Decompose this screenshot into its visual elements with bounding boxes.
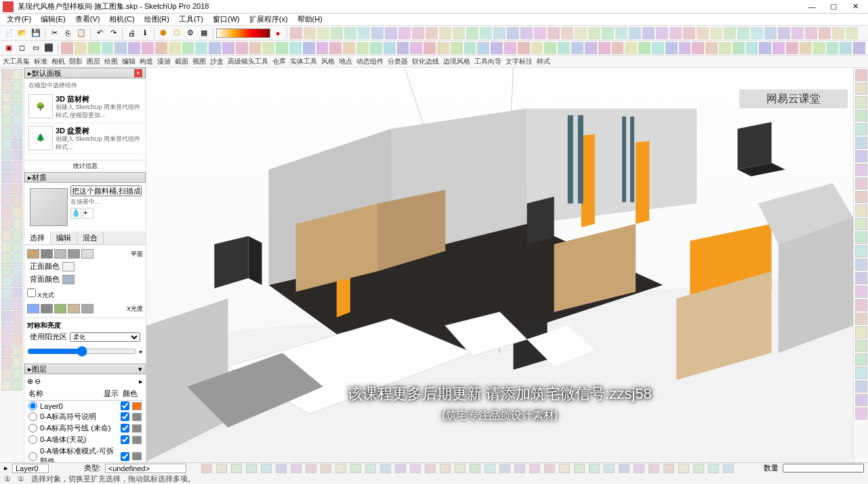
- right-tool-21-icon[interactable]: [855, 353, 867, 366]
- status-tool-34-icon[interactable]: [708, 464, 719, 473]
- right-tool-8-icon[interactable]: [855, 177, 867, 190]
- tool-icon[interactable]: [588, 27, 600, 39]
- tool-icon[interactable]: [331, 27, 343, 39]
- new-icon[interactable]: 📄: [3, 27, 15, 39]
- tool-icon[interactable]: [629, 27, 641, 39]
- ttb-21[interactable]: 工具向导: [474, 57, 501, 66]
- right-tool-9-icon[interactable]: [855, 191, 867, 203]
- front-color-swatch[interactable]: [62, 262, 75, 271]
- tool2-icon[interactable]: [222, 42, 234, 54]
- tool-icon[interactable]: [710, 27, 722, 39]
- status-tool-28-icon[interactable]: [619, 464, 629, 473]
- status-tool-10-icon[interactable]: [350, 464, 361, 473]
- component-item[interactable]: 🌳 3D 苗材树创建人 SketchUp 用来替代组件样式,使模型更加...: [27, 91, 143, 123]
- style-swatch-icon[interactable]: [81, 249, 94, 259]
- stop-icon[interactable]: ●: [272, 27, 284, 39]
- left-tool-53-icon[interactable]: [12, 368, 22, 379]
- model-info-icon[interactable]: ℹ: [139, 27, 151, 39]
- left-tool-10-icon[interactable]: [1, 127, 12, 137]
- ttb-14[interactable]: 实体工具: [290, 57, 317, 66]
- left-tool-40-icon[interactable]: [1, 299, 12, 310]
- right-tool-3-icon[interactable]: [855, 110, 867, 122]
- left-tool-6-icon[interactable]: [1, 104, 12, 114]
- left-tool-22-icon[interactable]: [1, 196, 12, 206]
- components-panel-header[interactable]: ▸默认面板 ×: [24, 68, 146, 79]
- tool2-icon[interactable]: [276, 42, 288, 54]
- style-swatch-icon[interactable]: [68, 249, 80, 259]
- layer-visible-check[interactable]: [121, 424, 129, 433]
- tool2-icon[interactable]: [827, 42, 839, 54]
- status-tool-21-icon[interactable]: [514, 464, 525, 473]
- tool-icon[interactable]: [344, 27, 356, 39]
- right-tool-23-icon[interactable]: [855, 380, 867, 393]
- env-swatch-icon[interactable]: [54, 304, 66, 313]
- right-tool-4-icon[interactable]: [855, 123, 867, 135]
- tool2-icon[interactable]: [329, 42, 342, 54]
- tool2-icon[interactable]: [800, 42, 812, 54]
- left-tool-4-icon[interactable]: [1, 92, 12, 103]
- layer-radio[interactable]: [28, 412, 37, 421]
- right-tool-6-icon[interactable]: [855, 150, 867, 162]
- tool-icon[interactable]: [751, 27, 763, 39]
- tool-icon[interactable]: [832, 27, 844, 39]
- left-tool-55-icon[interactable]: [12, 380, 22, 391]
- right-tool-15-icon[interactable]: [855, 272, 867, 284]
- left-tool-31-icon[interactable]: [12, 242, 22, 252]
- ttb-13[interactable]: 仓库: [272, 57, 286, 66]
- left-tool-29-icon[interactable]: [12, 230, 22, 241]
- right-tool-0-icon[interactable]: [855, 69, 867, 81]
- tool-icon[interactable]: [439, 27, 451, 39]
- layer-color-swatch[interactable]: [132, 436, 142, 444]
- right-tool-10-icon[interactable]: [855, 204, 867, 217]
- status-tool-23-icon[interactable]: [544, 464, 555, 473]
- tool-icon[interactable]: [547, 27, 560, 39]
- stats-label[interactable]: 统计信息: [24, 160, 146, 172]
- status-tool-9-icon[interactable]: [335, 464, 346, 473]
- tool-icon[interactable]: [534, 27, 546, 39]
- left-tool-19-icon[interactable]: [12, 173, 22, 183]
- tab-edit[interactable]: 编辑: [51, 232, 77, 244]
- tool-icon[interactable]: [819, 27, 831, 39]
- tool2-icon[interactable]: [558, 42, 570, 54]
- left-tool-24-icon[interactable]: [1, 207, 12, 218]
- status-tool-7-icon[interactable]: [306, 464, 316, 473]
- tool2-icon[interactable]: [571, 42, 583, 54]
- left-tool-0-icon[interactable]: [1, 69, 12, 80]
- tool2-icon[interactable]: [705, 42, 718, 54]
- left-tool-48-icon[interactable]: [1, 345, 12, 356]
- menu-help[interactable]: 帮助(H): [293, 13, 327, 26]
- left-tool-44-icon[interactable]: [1, 322, 12, 333]
- tool2-icon[interactable]: [102, 42, 114, 54]
- menu-view[interactable]: 查看(V): [71, 13, 104, 26]
- paste-icon[interactable]: 📋: [75, 27, 87, 39]
- left-tool-28-icon[interactable]: [1, 230, 12, 241]
- tool2-icon[interactable]: [289, 42, 302, 54]
- left-tool-3-icon[interactable]: [12, 81, 22, 91]
- layer-visible-check[interactable]: [121, 401, 129, 410]
- left-tool-8-icon[interactable]: [1, 115, 12, 126]
- status-tool-25-icon[interactable]: [574, 464, 585, 473]
- tool-icon[interactable]: [304, 27, 316, 39]
- left-tool-7-icon[interactable]: [12, 104, 22, 114]
- ttb-16[interactable]: 地点: [339, 57, 352, 66]
- right-tool-20-icon[interactable]: [855, 340, 867, 352]
- tool2-icon[interactable]: [249, 42, 262, 54]
- tool-icon[interactable]: [669, 27, 682, 39]
- status-tool-33-icon[interactable]: [693, 464, 704, 473]
- status-tool-0-icon[interactable]: [201, 464, 212, 473]
- ttb-23[interactable]: 样式: [537, 57, 550, 66]
- tool2-icon[interactable]: [142, 42, 154, 54]
- save-icon[interactable]: 💾: [30, 27, 42, 39]
- mat-create-icon[interactable]: +: [83, 208, 94, 219]
- left-tool-18-icon[interactable]: [1, 173, 12, 183]
- right-tool-2-icon[interactable]: [855, 96, 867, 108]
- left-tool-47-icon[interactable]: [12, 334, 22, 345]
- undo-icon[interactable]: ↶: [94, 27, 106, 39]
- tool2-icon[interactable]: [625, 42, 637, 54]
- tool-icon[interactable]: [398, 27, 411, 39]
- layer-color-swatch[interactable]: [132, 402, 142, 410]
- status-tool-35-icon[interactable]: [723, 464, 734, 473]
- maximize-button[interactable]: ▢: [823, 1, 844, 13]
- tool2-icon[interactable]: [88, 42, 100, 54]
- tool-icon[interactable]: [778, 27, 790, 39]
